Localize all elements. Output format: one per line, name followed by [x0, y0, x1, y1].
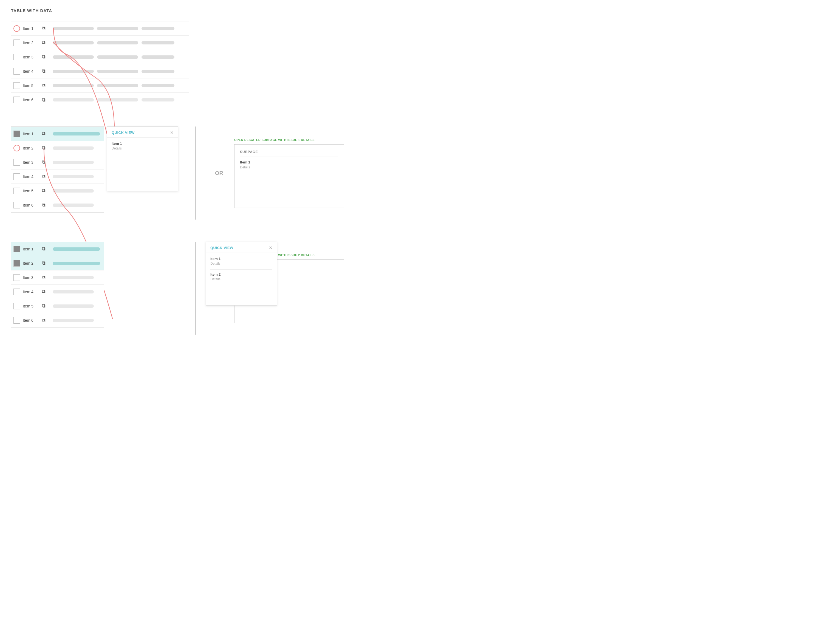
checkbox-6[interactable]	[14, 97, 20, 103]
table-row[interactable]: Item 2 ⧉	[11, 36, 189, 50]
placeholder-col3	[141, 70, 175, 73]
qv-item-1: Item 1 Details	[210, 257, 272, 265]
checkbox-4[interactable]	[14, 173, 20, 180]
external-link-icon[interactable]: ⧉	[42, 274, 46, 280]
placeholder-col1	[53, 98, 94, 101]
close-icon[interactable]: ✕	[170, 130, 173, 135]
item-label: Item 6	[23, 203, 42, 207]
item-label: Item 1	[23, 247, 42, 251]
table-row[interactable]: Item 1 ⧉	[11, 21, 189, 36]
external-link-icon[interactable]: ⧉	[42, 145, 46, 151]
qv-item-details: Details	[210, 262, 272, 265]
item-label: Item 6	[23, 98, 42, 102]
table-row[interactable]: Item 4 ⧉	[11, 64, 189, 78]
external-link-icon[interactable]: ⧉	[42, 260, 46, 266]
placeholder-col1	[53, 161, 94, 164]
external-link-icon[interactable]: ⧉	[42, 83, 46, 88]
table-row[interactable]: Item 6 ⧉	[11, 198, 104, 212]
checkbox-2[interactable]	[14, 260, 20, 267]
table-row[interactable]: Item 4 ⧉	[11, 170, 104, 184]
placeholder-col1	[53, 41, 94, 44]
qv-item-name: Item 1	[210, 257, 272, 261]
item-label: Item 2	[23, 146, 42, 150]
placeholder-col1	[53, 204, 94, 207]
checkbox-5[interactable]	[14, 82, 20, 89]
open-subpage-label-1: OPEN DEICATED SUBPAGE WITH ISSUE 1 DETAI…	[234, 138, 314, 141]
external-link-icon[interactable]: ⧉	[42, 246, 46, 252]
table-row[interactable]: Item 3 ⧉	[11, 50, 189, 64]
placeholder-col1	[53, 189, 94, 193]
placeholder-col1	[53, 27, 94, 30]
checkbox-5[interactable]	[14, 188, 20, 194]
subpage-item-details: Details	[240, 166, 338, 169]
item-label: Item 6	[23, 318, 42, 322]
table-row[interactable]: Item 6 ⧉	[11, 93, 189, 107]
placeholder-col1	[53, 70, 94, 73]
checkbox-1[interactable]	[14, 130, 20, 137]
checkbox-1[interactable]	[14, 25, 20, 32]
external-link-icon[interactable]: ⧉	[42, 202, 46, 208]
close-icon[interactable]: ✕	[269, 245, 272, 250]
placeholder-col2	[97, 98, 138, 101]
table-row[interactable]: Item 2 ⧉	[11, 256, 104, 270]
placeholder-col2	[97, 70, 138, 73]
subpage-item-name: Item 1	[240, 160, 338, 164]
external-link-icon[interactable]: ⧉	[42, 68, 46, 74]
placeholder-col1	[53, 304, 94, 308]
placeholder-col1	[53, 132, 100, 135]
table-row[interactable]: Item 4 ⧉	[11, 285, 104, 299]
checkbox-3[interactable]	[14, 274, 20, 281]
placeholder-col2	[97, 41, 138, 44]
checkbox-1[interactable]	[14, 246, 20, 252]
external-link-icon[interactable]: ⧉	[42, 188, 46, 194]
external-link-icon[interactable]: ⧉	[42, 173, 46, 179]
table-row[interactable]: Item 5 ⧉	[11, 299, 104, 313]
external-link-icon[interactable]: ⧉	[42, 317, 46, 324]
or-label: OR	[215, 170, 223, 176]
checkbox-6[interactable]	[14, 202, 20, 209]
quick-view-body: Item 1 Details Item 2 Details	[206, 253, 277, 305]
placeholder-col2	[97, 84, 138, 87]
placeholder-col1	[53, 84, 94, 87]
external-link-icon[interactable]: ⧉	[42, 303, 46, 309]
table-row[interactable]: Item 3 ⧉	[11, 155, 104, 170]
vertical-divider	[195, 126, 196, 220]
subpage-area-1: OPEN DEICATED SUBPAGE WITH ISSUE 1 DETAI…	[234, 138, 344, 208]
checkbox-4[interactable]	[14, 288, 20, 295]
checkbox-3[interactable]	[14, 159, 20, 166]
placeholder-col3	[141, 84, 175, 87]
checkbox-2[interactable]	[14, 40, 20, 46]
table-row[interactable]: Item 6 ⧉	[11, 313, 104, 328]
placeholder-col1	[53, 276, 94, 279]
qv-item-2: Item 2 Details	[210, 272, 272, 281]
table-row[interactable]: Item 5 ⧉	[11, 78, 189, 93]
external-link-icon[interactable]: ⧉	[42, 40, 46, 46]
quick-view-1: QUICK VIEW ✕ Item 1 Details	[107, 126, 178, 191]
checkbox-4[interactable]	[14, 68, 20, 75]
qv-item-1: Item 1 Details	[112, 141, 173, 150]
external-link-icon[interactable]: ⧉	[42, 97, 46, 103]
checkbox-3[interactable]	[14, 54, 20, 60]
external-link-icon[interactable]: ⧉	[42, 289, 46, 294]
placeholder-col3	[141, 55, 175, 59]
table-row[interactable]: Item 3 ⧉	[11, 270, 104, 285]
subpage-title: SUBPAGE	[240, 150, 338, 157]
vertical-divider-2	[195, 242, 196, 335]
external-link-icon[interactable]: ⧉	[42, 159, 46, 165]
quick-view-title: QUICK VIEW	[112, 130, 135, 135]
item-label: Item 5	[23, 83, 42, 88]
table-2: Item 1 ⧉ Item 2 ⧉ Item 3 ⧉	[11, 126, 104, 213]
checkbox-6[interactable]	[14, 317, 20, 324]
table-row[interactable]: Item 1 ⧉	[11, 242, 104, 256]
table-row[interactable]: Item 5 ⧉	[11, 184, 104, 198]
external-link-icon[interactable]: ⧉	[42, 131, 46, 136]
table-row[interactable]: Item 2 ⧉	[11, 141, 104, 155]
external-link-icon[interactable]: ⧉	[42, 26, 46, 31]
checkbox-2[interactable]	[14, 145, 20, 152]
section-2-right: OR OPEN DEICATED SUBPAGE WITH ISSUE 1 DE…	[187, 126, 344, 220]
table-row[interactable]: Item 1 ⧉	[11, 127, 104, 141]
external-link-icon[interactable]: ⧉	[42, 54, 46, 60]
checkbox-5[interactable]	[14, 303, 20, 310]
placeholder-col1	[53, 319, 94, 322]
placeholder-col2	[97, 27, 138, 30]
